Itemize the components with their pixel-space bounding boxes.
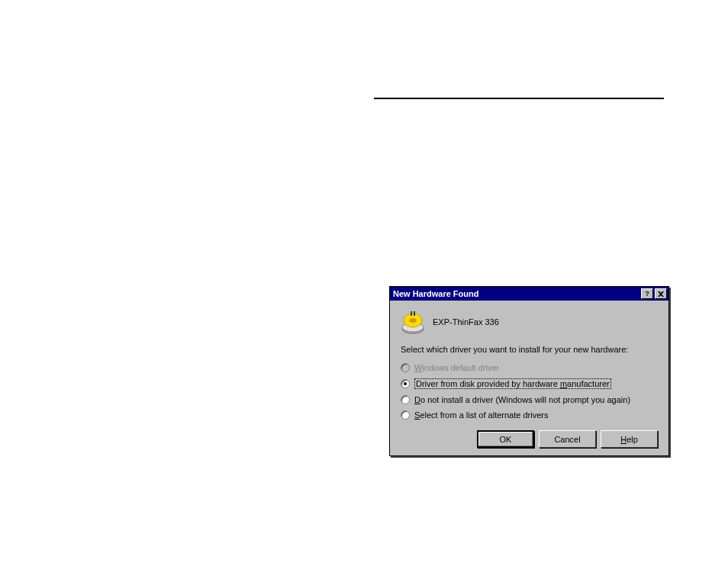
close-icon xyxy=(658,291,664,297)
radio-row-windows-default: Windows default driver xyxy=(401,363,658,372)
cancel-button[interactable]: Cancel xyxy=(539,430,596,448)
radio-label-select-from-list[interactable]: Select from a list of alternate drivers xyxy=(414,410,548,420)
radio-label-from-disk[interactable]: Driver from disk provided by hardware ma… xyxy=(414,378,611,389)
radio-label-windows-default: Windows default driver xyxy=(414,363,499,372)
help-titlebar-button[interactable]: ? xyxy=(641,288,653,299)
radio-row-select-from-list[interactable]: Select from a list of alternate drivers xyxy=(401,410,658,420)
help-button[interactable]: Help xyxy=(601,430,658,448)
dialog-title: New Hardware Found xyxy=(393,289,639,298)
close-titlebar-button[interactable] xyxy=(655,288,667,299)
radio-label-do-not-install[interactable]: Do not install a driver (Windows will no… xyxy=(414,395,630,404)
radio-row-do-not-install[interactable]: Do not install a driver (Windows will no… xyxy=(401,395,658,404)
ok-button[interactable]: OK xyxy=(477,430,534,448)
instruction-text: Select which driver you want to install … xyxy=(401,345,658,354)
new-hardware-dialog: New Hardware Found ? xyxy=(389,286,669,456)
radio-select-from-list[interactable] xyxy=(401,410,410,420)
dialog-body: EXP-ThinFax 336 Select which driver you … xyxy=(390,301,668,455)
hardware-row: EXP-ThinFax 336 xyxy=(401,310,658,334)
titlebar: New Hardware Found ? xyxy=(390,287,668,301)
radio-do-not-install[interactable] xyxy=(401,395,410,404)
radio-from-disk[interactable] xyxy=(401,379,410,388)
titlebar-buttons: ? xyxy=(639,288,667,299)
hardware-icon xyxy=(401,310,425,334)
button-row: OK Cancel Help xyxy=(401,430,658,448)
svg-rect-5 xyxy=(414,311,415,316)
svg-rect-4 xyxy=(411,311,412,316)
radio-row-from-disk[interactable]: Driver from disk provided by hardware ma… xyxy=(401,378,658,389)
divider-rule xyxy=(374,98,664,99)
hardware-name: EXP-ThinFax 336 xyxy=(433,317,499,327)
radio-dot-icon xyxy=(404,382,407,385)
radio-windows-default xyxy=(401,363,410,372)
svg-point-3 xyxy=(409,318,417,323)
